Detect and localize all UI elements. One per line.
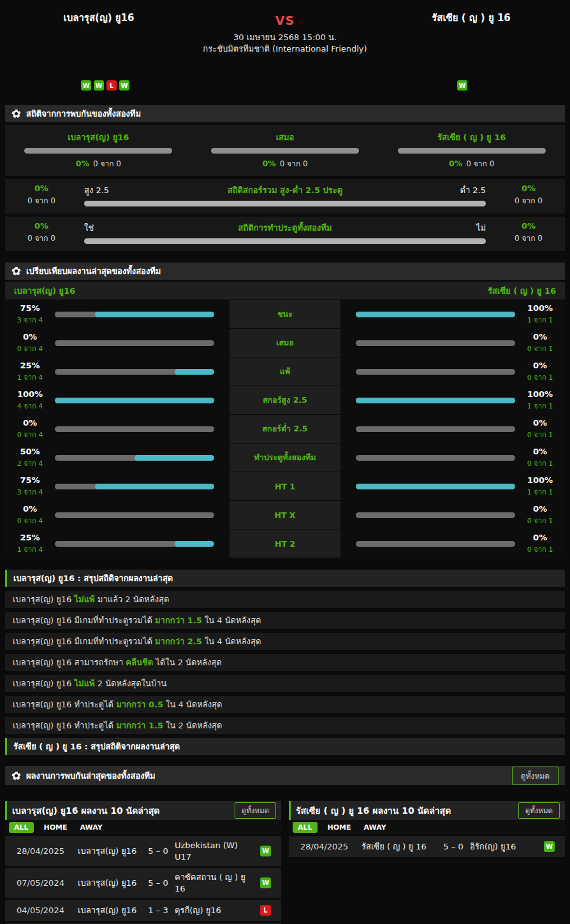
away-bar bbox=[356, 369, 515, 375]
home-percent: 25% bbox=[5, 361, 55, 370]
comparison-row: 0%0 จาก 4 สกอร์ต่ำ 2.5 0%0 จาก 1 bbox=[5, 415, 565, 443]
summary-highlight: คลีนชีต bbox=[126, 656, 153, 669]
h2h-away-label: รัสเซีย ( ญ ) ยู 16 bbox=[437, 131, 506, 144]
away-team-name: รัสเซีย ( ญ ) ยู 16 bbox=[372, 10, 570, 25]
home-bar bbox=[55, 312, 214, 317]
away-ratio: 1 จาก 1 bbox=[515, 314, 565, 326]
tab-away[interactable]: AWAY bbox=[78, 822, 105, 833]
tab-home[interactable]: HOME bbox=[41, 822, 70, 833]
form-badge: W bbox=[94, 80, 104, 90]
comparison-home-team: เบลารุส(ญ) ยู16 bbox=[14, 284, 75, 298]
recent-meetings-header: ผลงานการพบกันล่าสุดของทั้งสองทีม ดูทั้งห… bbox=[5, 766, 565, 785]
home-ratio: 3 จาก 4 bbox=[5, 314, 55, 326]
h2h-draw-percent: 0% bbox=[262, 159, 275, 168]
summary-row: เบลารุส(ญ) ยู16 มีเกมที่ทำประตูรวมได้ มา… bbox=[5, 633, 565, 650]
match-away-team: ตุรกี(ญ) ยู16 bbox=[175, 905, 260, 916]
home-percent: 75% bbox=[5, 475, 55, 485]
away-ratio: 0 จาก 1 bbox=[515, 458, 565, 469]
stat-label: สกอร์สูง 2.5 bbox=[230, 386, 340, 414]
soccer-ball-icon bbox=[11, 771, 21, 781]
ou-under-label: ต่ำ 2.5 bbox=[435, 184, 486, 197]
match-score: 5 – 0 bbox=[437, 842, 470, 851]
form-badge: W bbox=[457, 80, 467, 90]
away-ratio: 0 จาก 1 bbox=[515, 544, 565, 555]
home-panel-header: เบลารุส(ญ) ยู16 ผลงาน 10 นัดล่าสุด ดูทั้… bbox=[5, 801, 281, 820]
match-date: 04/05/2024 bbox=[17, 906, 78, 915]
match-date: 07/05/2024 bbox=[17, 878, 78, 888]
stat-label: เสมอ bbox=[230, 329, 340, 357]
comparison-section: เปรียบเทียบผลงานล่าสุดของทั้งสองทีม เบลา… bbox=[5, 263, 565, 558]
away-bar bbox=[356, 398, 515, 403]
tab-home[interactable]: HOME bbox=[325, 822, 354, 833]
h2h-home-ratio: 0 จาก 0 bbox=[93, 159, 121, 168]
away-ratio: 0 จาก 1 bbox=[515, 429, 565, 440]
match-competition: กระชับมิตรทีมชาติ (International Friendl… bbox=[0, 42, 570, 55]
ou-title: สถิติสกอร์รวม สูง-ต่ำ 2.5 ประตู bbox=[135, 184, 435, 197]
comparison-section-header: เปรียบเทียบผลงานล่าสุดของทั้งสองทีม bbox=[5, 263, 565, 280]
home-bar bbox=[55, 426, 214, 432]
h2h-home-label: เบลารุส(ญ) ยู16 bbox=[68, 131, 129, 144]
ou-right-ratio: 0 จาก 0 bbox=[501, 194, 556, 206]
home-percent: 75% bbox=[5, 303, 55, 313]
view-all-button[interactable]: ดูทั้งหมด bbox=[518, 802, 560, 819]
soccer-ball-icon bbox=[11, 266, 21, 276]
away-panel-title: รัสเซีย ( ญ ) ยู 16 ผลงาน 10 นัดล่าสุด bbox=[296, 804, 451, 818]
btts-title: สถิติการทำประตูทั้งสองทีม bbox=[135, 221, 435, 235]
h2h-section: สถิติจากการพบกันของทั้งสองทีม เบลารุส(ญ)… bbox=[5, 105, 565, 251]
view-all-button[interactable]: ดูทั้งหมด bbox=[512, 767, 559, 785]
view-all-button[interactable]: ดูทั้งหมด bbox=[235, 802, 276, 819]
away-bar bbox=[356, 541, 515, 547]
comparison-title: เปรียบเทียบผลงานล่าสุดของทั้งสองทีม bbox=[26, 264, 161, 278]
away-form-panel: รัสเซีย ( ญ ) ยู 16 ผลงาน 10 นัดล่าสุด ด… bbox=[289, 801, 565, 924]
home-panel-title: เบลารุส(ญ) ยู16 ผลงาน 10 นัดล่าสุด bbox=[12, 804, 159, 818]
h2h-draw-label: เสมอ bbox=[276, 131, 295, 144]
comparison-row: 25%1 จาก 4 HT 2 0%0 จาก 1 bbox=[5, 530, 565, 558]
h2h-away-ratio: 0 จาก 0 bbox=[466, 159, 494, 168]
match-row: 07/05/2024 เบลารุส(ญ) ยู16 5 – 0 คาซัคสถ… bbox=[5, 868, 281, 898]
recent-meetings-section: ผลงานการพบกันล่าสุดของทั้งสองทีม ดูทั้งห… bbox=[5, 766, 565, 785]
tab-all[interactable]: ALL bbox=[9, 822, 34, 833]
h2h-over-under-row: 0% 0 จาก 0 สูง 2.5 สถิติสกอร์รวม สูง-ต่ำ… bbox=[5, 179, 565, 213]
tab-away[interactable]: AWAY bbox=[362, 822, 389, 833]
away-bar bbox=[356, 484, 515, 489]
summary-row: เบลารุส(ญ) ยู16 ทำประตูได้ มากกว่า 0.5 ใ… bbox=[5, 696, 565, 713]
btts-left-percent: 0% bbox=[14, 221, 69, 231]
h2h-away-percent: 0% bbox=[449, 159, 462, 168]
comparison-teams-row: เบลารุส(ญ) ยู16 รัสเซีย ( ญ ) ยู 16 bbox=[5, 282, 565, 300]
tab-all[interactable]: ALL bbox=[293, 822, 318, 833]
stat-label: ชนะ bbox=[230, 300, 340, 328]
home-percent: 0% bbox=[5, 332, 55, 342]
home-ratio: 0 จาก 4 bbox=[5, 515, 55, 526]
btts-right-percent: 0% bbox=[501, 221, 556, 231]
home-summary-section: เบลารุส(ญ) ยู16 : สรุปสถิติจากผลงานล่าสุ… bbox=[5, 570, 565, 734]
btts-yes-label: ใช่ bbox=[84, 221, 135, 235]
result-badge: W bbox=[544, 841, 555, 852]
ou-left-percent: 0% bbox=[14, 184, 69, 193]
h2h-draw-bar bbox=[211, 148, 359, 154]
form-badge: W bbox=[119, 80, 129, 90]
h2h-home-bar bbox=[24, 148, 172, 154]
summary-row: เบลารุส(ญ) ยู16 ทำประตูได้ มากกว่า 1.5 ใ… bbox=[5, 717, 565, 734]
away-bar bbox=[356, 340, 515, 346]
home-bar bbox=[55, 369, 214, 375]
match-home-team: เบลารุส(ญ) ยู16 bbox=[78, 904, 142, 917]
form-badge: W bbox=[81, 80, 91, 90]
away-bar bbox=[356, 312, 515, 317]
comparison-row: 25%1 จาก 4 แพ้ 0%0 จาก 1 bbox=[5, 357, 565, 386]
home-ratio: 0 จาก 4 bbox=[5, 343, 55, 354]
away-bar bbox=[356, 426, 515, 432]
summary-highlight: มากกว่า 0.5 bbox=[116, 698, 163, 711]
btts-right-ratio: 0 จาก 0 bbox=[501, 232, 556, 244]
ou-left-ratio: 0 จาก 0 bbox=[14, 194, 69, 206]
home-bar bbox=[55, 398, 214, 403]
h2h-draw-ratio: 0 จาก 0 bbox=[280, 159, 308, 168]
home-ratio: 2 จาก 4 bbox=[5, 458, 55, 469]
stat-label: ทำประตูทั้งสองทีม bbox=[230, 444, 340, 472]
away-ratio: 1 จาก 1 bbox=[515, 400, 565, 412]
home-percent: 25% bbox=[5, 533, 55, 542]
home-bar bbox=[55, 512, 214, 518]
match-date: 28/04/2025 bbox=[300, 842, 362, 851]
away-form-badges: W bbox=[457, 80, 467, 90]
btts-no-label: ไม่ bbox=[435, 221, 486, 235]
match-away-team: Uzbekistan (W) U17 bbox=[175, 840, 260, 862]
